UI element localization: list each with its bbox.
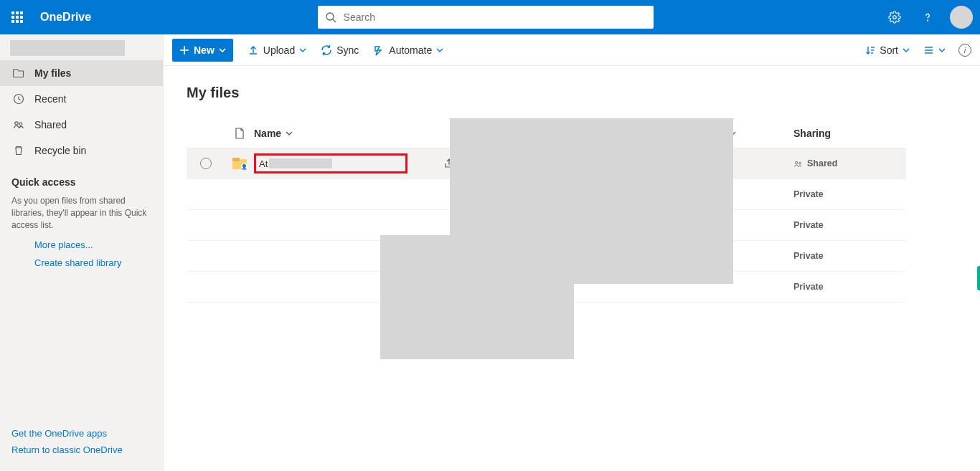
chevron-down-icon bbox=[299, 47, 306, 54]
sync-button[interactable]: Sync bbox=[321, 44, 359, 56]
plus-icon bbox=[179, 45, 189, 55]
gear-icon bbox=[888, 11, 901, 24]
automate-icon bbox=[373, 44, 385, 56]
help-icon bbox=[921, 11, 934, 24]
new-button[interactable]: New bbox=[172, 39, 233, 62]
sharing-cell[interactable]: Private bbox=[793, 220, 906, 230]
quick-access-heading: Quick access bbox=[11, 176, 151, 188]
type-column-header[interactable] bbox=[225, 128, 254, 139]
page-title: My files bbox=[187, 85, 957, 101]
sidebar-item-recent[interactable]: Recent bbox=[0, 86, 163, 112]
sharing-cell[interactable]: Private bbox=[793, 282, 906, 292]
return-classic-link[interactable]: Return to classic OneDrive bbox=[11, 444, 151, 455]
quick-access-description: As you open files from shared libraries,… bbox=[11, 195, 151, 231]
settings-button[interactable] bbox=[880, 0, 910, 34]
svg-point-6 bbox=[19, 123, 22, 125]
help-button[interactable] bbox=[913, 0, 943, 34]
chevron-down-icon bbox=[938, 47, 946, 54]
sidebar: My files Recent Shared Recycle bin Quick… bbox=[0, 34, 164, 471]
sort-button[interactable]: Sort bbox=[865, 44, 910, 56]
svg-point-17 bbox=[799, 162, 801, 164]
new-button-label: New bbox=[194, 44, 215, 56]
sidebar-item-label: Shared bbox=[34, 119, 67, 130]
sidebar-item-label: Recent bbox=[34, 93, 66, 105]
app-name[interactable]: OneDrive bbox=[34, 11, 91, 24]
chevron-down-icon bbox=[286, 130, 293, 137]
svg-line-1 bbox=[333, 19, 336, 22]
tenant-name[interactable] bbox=[0, 34, 163, 60]
people-icon bbox=[793, 159, 803, 168]
quick-access-section: Quick access As you open files from shar… bbox=[0, 163, 163, 268]
sidebar-item-recycle-bin[interactable]: Recycle bin bbox=[0, 138, 163, 163]
search-container bbox=[91, 6, 880, 29]
file-icon bbox=[235, 128, 245, 139]
view-switcher-button[interactable] bbox=[923, 45, 946, 55]
shared-folder-icon: 👤 bbox=[232, 158, 247, 169]
sidebar-item-label: My files bbox=[34, 67, 71, 79]
sharing-cell[interactable]: Private bbox=[793, 189, 906, 199]
chevron-down-icon bbox=[903, 47, 910, 54]
automate-label: Automate bbox=[389, 44, 432, 56]
get-onedrive-apps-link[interactable]: Get the OneDrive apps bbox=[11, 428, 151, 439]
redacted-block bbox=[380, 235, 574, 359]
command-bar: New Upload Sync Automate Sort bbox=[164, 34, 980, 66]
svg-point-3 bbox=[928, 20, 928, 21]
sidebar-item-shared[interactable]: Shared bbox=[0, 112, 163, 138]
search-box[interactable] bbox=[318, 6, 654, 29]
sidebar-item-label: Recycle bin bbox=[34, 145, 86, 156]
highlight-annotation: At bbox=[254, 153, 407, 173]
app-header: OneDrive bbox=[0, 0, 980, 34]
automate-button[interactable]: Automate bbox=[373, 44, 443, 56]
feedback-tab[interactable] bbox=[977, 266, 980, 290]
sort-label: Sort bbox=[880, 44, 898, 56]
header-right bbox=[880, 0, 980, 34]
sharing-column-header[interactable]: Sharing bbox=[793, 128, 906, 139]
chevron-down-icon bbox=[436, 47, 443, 54]
sync-icon bbox=[321, 44, 332, 56]
list-view-icon bbox=[923, 45, 934, 55]
create-shared-library-link[interactable]: Create shared library bbox=[34, 257, 151, 268]
folder-outline-icon bbox=[13, 67, 24, 79]
app-launcher-button[interactable] bbox=[0, 0, 34, 34]
svg-point-2 bbox=[893, 16, 897, 19]
item-name-prefix: At bbox=[259, 158, 268, 169]
people-icon bbox=[13, 119, 24, 130]
name-cell[interactable]: At bbox=[254, 153, 471, 173]
waffle-icon bbox=[11, 11, 23, 23]
svg-point-0 bbox=[326, 13, 334, 20]
redacted-block bbox=[10, 40, 125, 56]
svg-point-5 bbox=[15, 122, 18, 125]
sort-icon bbox=[865, 45, 875, 55]
more-places-link[interactable]: More places... bbox=[34, 239, 151, 250]
upload-button[interactable]: Upload bbox=[248, 44, 306, 56]
sidebar-footer: Get the OneDrive apps Return to classic … bbox=[0, 414, 163, 471]
sync-label: Sync bbox=[336, 44, 359, 56]
trash-icon bbox=[13, 145, 24, 156]
info-button[interactable]: i bbox=[958, 44, 971, 57]
avatar[interactable] bbox=[950, 6, 973, 29]
upload-label: Upload bbox=[263, 44, 295, 56]
sharing-cell[interactable]: Private bbox=[793, 251, 906, 261]
redacted-block bbox=[269, 158, 332, 168]
clock-icon bbox=[13, 93, 24, 105]
sharing-cell[interactable]: Shared bbox=[793, 158, 906, 168]
search-icon bbox=[325, 11, 336, 23]
name-column-header[interactable]: Name bbox=[254, 128, 471, 139]
search-input[interactable] bbox=[344, 11, 646, 23]
sidebar-item-my-files[interactable]: My files bbox=[0, 60, 163, 86]
upload-icon bbox=[248, 44, 259, 56]
chevron-down-icon bbox=[219, 47, 226, 54]
svg-point-16 bbox=[795, 161, 797, 163]
row-select-checkbox[interactable] bbox=[200, 158, 212, 169]
main: New Upload Sync Automate Sort bbox=[164, 34, 980, 471]
